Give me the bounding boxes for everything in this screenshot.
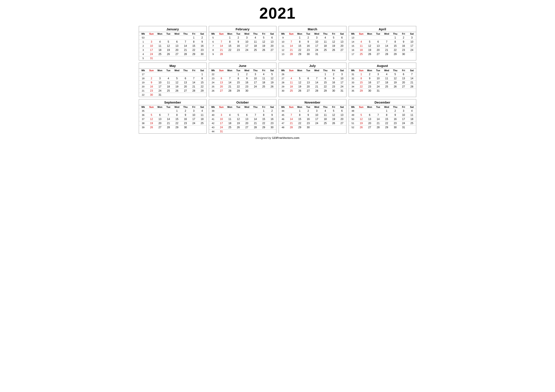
week-row: 1114151617181920 <box>279 44 346 48</box>
day-cell: 11 <box>357 44 365 48</box>
day-cell: 22 <box>226 48 234 52</box>
day-cell: 29 <box>382 125 391 129</box>
col-header-thu: Thu <box>181 69 190 72</box>
day-cell: 23 <box>268 121 276 125</box>
day-cell: 3 <box>408 36 416 40</box>
col-header-tue: Tue <box>164 69 172 72</box>
week-number: 41 <box>209 117 217 121</box>
day-cell: 20 <box>173 48 181 52</box>
day-cell <box>156 109 164 113</box>
day-cell: 12 <box>391 77 399 81</box>
day-cell <box>391 89 399 93</box>
week-number: 52 <box>349 125 357 129</box>
day-cell: 2 <box>268 109 276 113</box>
col-header-wk: Wk <box>349 105 357 109</box>
week-row: 714151617181920 <box>209 44 277 48</box>
week-row: 928 <box>209 52 277 56</box>
day-cell: 12 <box>147 117 155 121</box>
week-row: 2413141516171819 <box>209 81 277 85</box>
day-cell: 20 <box>374 48 382 52</box>
day-cell: 8 <box>234 77 242 81</box>
month-block-august: AugustWkSunMonTueWedThuFriSat31123456732… <box>349 63 416 97</box>
day-cell: 13 <box>338 40 346 44</box>
day-cell: 21 <box>312 85 321 89</box>
month-block-may: MayWkSunMonTueWedThuFriSat17118234567819… <box>139 63 207 97</box>
day-cell: 29 <box>321 89 329 93</box>
week-row: 3912 <box>209 109 277 113</box>
col-header-sun: Sun <box>357 105 365 109</box>
col-header-wed: Wed <box>312 32 321 36</box>
day-cell <box>164 36 172 40</box>
col-header-wk: Wk <box>279 32 287 36</box>
day-cell: 23 <box>304 48 312 52</box>
day-cell: 31 <box>156 93 164 97</box>
day-cell: 15 <box>234 81 242 85</box>
day-cell: 30 <box>399 52 408 56</box>
week-number: 14 <box>349 40 357 44</box>
day-cell: 3 <box>251 72 260 77</box>
day-cell: 7 <box>190 77 198 81</box>
day-cell: 21 <box>226 85 234 89</box>
day-cell: 25 <box>164 89 172 93</box>
day-cell: 18 <box>408 117 416 121</box>
day-cell: 18 <box>382 81 391 85</box>
day-cell: 24 <box>338 85 346 89</box>
day-cell: 30 <box>268 125 276 129</box>
day-cell: 31 <box>217 129 226 134</box>
day-cell: 27 <box>173 52 181 56</box>
week-number: 17 <box>139 72 147 77</box>
day-cell <box>226 52 234 56</box>
day-cell: 6 <box>173 40 181 44</box>
day-cell: 11 <box>408 113 416 117</box>
day-cell: 23 <box>399 48 408 52</box>
week-number: 4 <box>139 52 147 56</box>
day-cell: 31 <box>338 89 346 93</box>
col-header-thu: Thu <box>181 32 190 36</box>
day-cell <box>190 125 198 129</box>
week-row: 3712131415161718 <box>139 117 206 121</box>
week-row: 2123242526272829 <box>139 89 206 93</box>
week-number: 2 <box>139 44 147 48</box>
day-cell: 29 <box>391 52 399 56</box>
col-header-tue: Tue <box>234 69 242 72</box>
week-number: 13 <box>279 52 287 56</box>
col-header-sun: Sun <box>217 105 226 109</box>
week-row: 4324252627282930 <box>209 125 277 129</box>
col-header-sat: Sat <box>408 69 416 72</box>
day-cell: 1 <box>190 36 198 40</box>
col-header-wed: Wed <box>382 69 391 72</box>
day-cell: 4 <box>198 109 206 113</box>
col-header-sun: Sun <box>357 32 365 36</box>
week-number: 26 <box>279 72 287 77</box>
col-header-fri: Fri <box>190 32 198 36</box>
day-cell <box>408 89 416 93</box>
day-cell <box>156 36 164 40</box>
day-cell: 24 <box>156 89 164 93</box>
week-number: 19 <box>139 81 147 85</box>
day-cell: 24 <box>242 48 251 52</box>
day-cell: 28 <box>287 125 295 129</box>
day-cell: 8 <box>173 113 181 117</box>
day-cell: 4 <box>382 72 391 77</box>
day-cell: 27 <box>338 48 346 52</box>
day-cell: 2 <box>304 36 312 40</box>
week-number: 42 <box>209 121 217 125</box>
week-number: 35 <box>139 109 147 113</box>
week-row: 3315161718192021 <box>349 81 416 85</box>
day-cell <box>312 125 321 129</box>
week-row: 1221222324252627 <box>279 48 346 52</box>
col-header-fri: Fri <box>399 32 408 36</box>
day-cell: 6 <box>156 113 164 117</box>
week-number: 39 <box>139 125 147 129</box>
day-cell: 20 <box>268 44 276 48</box>
col-header-sun: Sun <box>147 32 155 36</box>
col-header-thu: Thu <box>391 105 399 109</box>
day-cell: 18 <box>287 85 295 89</box>
day-cell <box>399 89 408 93</box>
day-cell: 10 <box>338 77 346 81</box>
day-cell: 22 <box>260 121 268 125</box>
day-cell: 31 <box>312 52 321 56</box>
day-cell: 16 <box>304 117 312 121</box>
day-cell: 11 <box>382 77 391 81</box>
day-cell <box>198 56 206 60</box>
